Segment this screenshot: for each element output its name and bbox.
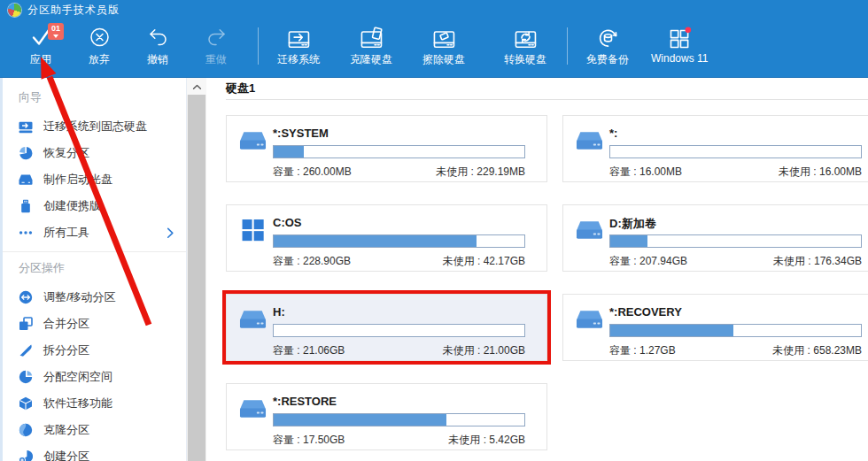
disk-clone-icon <box>359 25 384 50</box>
sidebar-item-split[interactable]: 拆分分区 <box>3 337 186 364</box>
partition-name: C:OS <box>273 216 302 229</box>
sidebar-item-create-partition[interactable]: 创建分区 <box>3 443 186 461</box>
usage-bar <box>273 324 525 337</box>
partition-name: *:RESTORE <box>273 395 337 408</box>
sidebar-item-label: 软件迁移功能 <box>43 396 112 411</box>
partition-cards: *:SYSTEM容量 : 260.00MB未使用 : 229.19MB*:容量 … <box>226 115 868 450</box>
unused-text: 未使用 : 42.17GB <box>443 254 525 269</box>
pending-operations-badge[interactable]: 01 <box>48 23 64 40</box>
sidebar-item-label: 克隆分区 <box>43 422 89 438</box>
partition-name: D:新加卷 <box>609 216 656 232</box>
app-mover-icon <box>19 396 33 411</box>
scrollbar-thumb[interactable] <box>188 95 205 461</box>
partition-card-h[interactable]: H:容量 : 21.06GB未使用 : 21.00GB <box>226 294 547 361</box>
migrate-ssd-icon <box>19 119 33 134</box>
partition-card-p1[interactable]: *:容量 : 16.00MB未使用 : 16.00MB <box>562 115 868 182</box>
capacity-text: 容量 : 16.00MB <box>609 165 682 180</box>
usage-bar <box>273 145 525 158</box>
partition-stats: 容量 : 207.94GB未使用 : 176.34GB <box>609 254 862 269</box>
partition-stats: 容量 : 1.27GB未使用 : 658.23MB <box>609 343 862 358</box>
usage-bar <box>609 234 862 248</box>
toolbar-button-label: 应用 <box>30 52 51 67</box>
all-tools-icon <box>19 226 33 240</box>
sidebar-item-clone-partition[interactable]: 克隆分区 <box>3 417 186 443</box>
clone-partition-icon <box>19 423 33 437</box>
capacity-text: 容量 : 17.50GB <box>273 433 345 448</box>
scrollbar-up-button[interactable] <box>187 78 206 95</box>
sidebar-scrollbar[interactable] <box>187 78 206 461</box>
sidebar-item-migrate-ssd[interactable]: 迁移系统到固态硬盘 <box>3 113 186 140</box>
toolbar-divider <box>258 27 259 65</box>
create-partition-icon <box>19 449 33 461</box>
partition-card-system[interactable]: *:SYSTEM容量 : 260.00MB未使用 : 229.19MB <box>226 115 547 182</box>
unused-text: 未使用 : 176.34GB <box>773 254 862 269</box>
partition-stats: 容量 : 21.06GB未使用 : 21.00GB <box>273 343 525 358</box>
toolbar-button-windows-11[interactable]: Windows 11 <box>651 25 708 65</box>
allocate-icon <box>19 370 33 384</box>
capacity-text: 容量 : 21.06GB <box>273 343 345 358</box>
window-title: 分区助手技术员版 <box>27 3 120 18</box>
partition-card-cos[interactable]: C:OS容量 : 228.90GB未使用 : 42.17GB <box>226 204 547 272</box>
sidebar: 向导迁移系统到固态硬盘恢复分区制作启动光盘创建便携版所有工具分区操作调整/移动分… <box>3 78 187 461</box>
partition-stats: 容量 : 260.00MB未使用 : 229.19MB <box>273 165 525 180</box>
unused-text: 未使用 : 5.42GB <box>448 433 525 448</box>
sidebar-item-merge[interactable]: 合并分区 <box>3 311 186 337</box>
sidebar-item-label: 拆分分区 <box>43 342 89 358</box>
capacity-text: 容量 : 1.27GB <box>609 343 676 358</box>
sidebar-item-allocate[interactable]: 分配空闲空间 <box>3 364 186 390</box>
sidebar-item-portable[interactable]: 创建便携版 <box>3 193 186 219</box>
toolbar-button-convert-disk[interactable]: 转换硬盘 <box>497 25 554 67</box>
merge-icon <box>19 317 33 331</box>
sidebar-item-bootable-media[interactable]: 制作启动光盘 <box>3 166 186 193</box>
toolbar-button-migrate-os[interactable]: 迁移系统 <box>270 25 327 67</box>
toolbar-button-clone-disk[interactable]: 克隆硬盘 <box>343 25 399 67</box>
recover-partition-icon <box>19 146 33 160</box>
toolbar-button-apply[interactable]: 应用01 <box>12 25 69 67</box>
toolbar-button-label: 克隆硬盘 <box>350 52 392 67</box>
toolbar: 应用01放弃撤销重做迁移系统克隆硬盘擦除硬盘转换硬盘免费备份Windows 11 <box>0 19 868 78</box>
toolbar-button-discard[interactable]: 放弃 <box>71 25 128 67</box>
disk-convert-icon <box>513 25 539 50</box>
usage-bar-fill <box>610 235 647 247</box>
partition-card-restore[interactable]: *:RESTORE容量 : 17.50GB未使用 : 5.42GB <box>226 383 547 450</box>
content-area: 向导迁移系统到固态硬盘恢复分区制作启动光盘创建便携版所有工具分区操作调整/移动分… <box>0 78 868 461</box>
partition-stats: 容量 : 16.00MB未使用 : 16.00MB <box>609 165 862 180</box>
usage-bar <box>609 324 862 337</box>
disk-icon <box>576 219 603 242</box>
partition-stats: 容量 : 228.90GB未使用 : 42.17GB <box>273 254 525 269</box>
toolbar-button-label: 迁移系统 <box>277 52 320 67</box>
sidebar-item-resize-move[interactable]: 调整/移动分区 <box>3 284 186 311</box>
app-logo-icon <box>8 4 21 17</box>
usage-bar <box>609 145 862 158</box>
partition-card-d新加卷[interactable]: D:新加卷容量 : 207.94GB未使用 : 176.34GB <box>562 204 868 272</box>
title-bar: 分区助手技术员版 <box>0 0 868 19</box>
partition-card-recovery[interactable]: *:RECOVERY容量 : 1.27GB未使用 : 658.23MB <box>562 294 868 361</box>
sidebar-item-label: 分配空闲空间 <box>43 369 112 385</box>
toolbar-button-label: 转换硬盘 <box>504 52 546 67</box>
toolbar-button-free-backup[interactable]: 免费备份 <box>579 25 636 67</box>
sidebar-item-recover-partition[interactable]: 恢复分区 <box>3 140 186 166</box>
sidebar-item-label: 创建便携版 <box>43 198 101 214</box>
partition-name: *: <box>609 127 617 140</box>
disk-title-divider <box>226 99 868 100</box>
partition-name: H: <box>273 305 285 319</box>
toolbar-button-redo: 重做 <box>188 25 244 67</box>
disk-icon <box>239 308 267 331</box>
toolbar-button-label: 放弃 <box>89 52 110 67</box>
toolbar-button-label: Windows 11 <box>651 52 708 65</box>
usage-bar <box>273 413 525 426</box>
partition-name: *:RECOVERY <box>609 305 682 319</box>
usage-bar-fill <box>610 325 733 336</box>
sidebar-section-title: 分区操作 <box>3 252 186 284</box>
sidebar-item-label: 迁移系统到固态硬盘 <box>43 119 147 134</box>
toolbar-button-wipe-disk[interactable]: 擦除硬盘 <box>415 25 472 67</box>
backup-icon <box>595 25 621 50</box>
capacity-text: 容量 : 228.90GB <box>273 254 351 269</box>
unused-text: 未使用 : 229.19MB <box>436 165 525 180</box>
discard-icon <box>87 25 112 50</box>
sidebar-item-all-tools[interactable]: 所有工具 <box>3 219 186 246</box>
sidebar-item-app-mover[interactable]: 软件迁移功能 <box>3 390 186 417</box>
redo-icon <box>204 25 229 50</box>
chevron-up-icon <box>192 83 202 90</box>
toolbar-button-undo[interactable]: 撤销 <box>129 25 186 67</box>
